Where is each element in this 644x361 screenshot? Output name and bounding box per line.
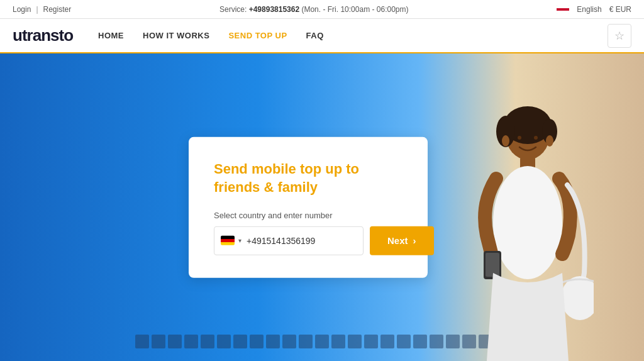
svg-point-12 — [546, 135, 553, 147]
dot — [348, 335, 362, 348]
login-link[interactable]: Login — [13, 5, 31, 14]
currency-selector[interactable]: € EUR — [609, 5, 631, 14]
logo-rest: transto — [22, 26, 73, 45]
dot — [315, 335, 329, 348]
svg-rect-7 — [486, 253, 499, 277]
dot — [266, 335, 280, 348]
service-phone: +49893815362 — [249, 5, 299, 14]
hero-person-image — [430, 97, 594, 361]
input-label: Select country and enter number — [214, 211, 402, 220]
top-bar: Login | Register Service: +49893815362 (… — [0, 0, 644, 19]
phone-input-row: ▾ Next › — [214, 226, 402, 255]
next-arrow-icon: › — [413, 235, 416, 246]
svg-point-8 — [561, 276, 594, 320]
dot — [217, 335, 231, 348]
nav-send-top-up[interactable]: SEND TOP UP — [228, 31, 287, 40]
dot — [250, 335, 264, 348]
dot — [380, 335, 394, 348]
dot — [397, 335, 411, 348]
hero-section: Send mobile top up to friends & family S… — [0, 53, 644, 361]
dot — [331, 335, 345, 348]
dot — [233, 335, 247, 348]
card-title: Send mobile top up to friends & family — [214, 159, 402, 196]
divider: | — [36, 5, 38, 14]
nav-how-it-works[interactable]: HOW IT WORKS — [143, 31, 209, 40]
nav-faq[interactable]: FAQ — [306, 31, 324, 40]
logo-u: u — [13, 26, 22, 45]
next-button[interactable]: Next › — [370, 226, 434, 255]
dot — [135, 335, 149, 348]
germany-flag-icon — [221, 236, 235, 245]
svg-point-11 — [502, 135, 509, 147]
top-up-card: Send mobile top up to friends & family S… — [189, 136, 428, 277]
service-hours: (Mon. - Fri. 10:00am - 06:00pm) — [301, 5, 408, 14]
nav-right: ☆ — [608, 24, 631, 48]
dot — [299, 335, 313, 348]
svg-point-9 — [518, 136, 521, 140]
dot — [152, 335, 165, 348]
auth-links: Login | Register — [13, 5, 71, 14]
logo[interactable]: utransto — [13, 26, 73, 45]
svg-point-5 — [493, 166, 562, 279]
nav-bar: utransto HOME HOW IT WORKS SEND TOP UP F… — [0, 19, 644, 53]
phone-input[interactable] — [247, 236, 357, 246]
language-selector[interactable]: English — [577, 5, 601, 14]
dot — [184, 335, 198, 348]
service-info: Service: +49893815362 (Mon. - Fri. 10:00… — [219, 5, 409, 14]
nav-home[interactable]: HOME — [98, 31, 124, 40]
service-label: Service: — [219, 5, 249, 14]
country-dropdown-arrow[interactable]: ▾ — [238, 237, 242, 244]
main-nav: HOME HOW IT WORKS SEND TOP UP FAQ — [98, 31, 324, 40]
dot — [413, 335, 427, 348]
dot — [168, 335, 182, 348]
uk-flag-icon — [557, 5, 569, 14]
dot — [282, 335, 296, 348]
bookmark-button[interactable]: ☆ — [608, 24, 631, 48]
dot — [201, 335, 214, 348]
phone-field-wrap[interactable]: ▾ — [214, 226, 364, 255]
dot — [364, 335, 378, 348]
next-label: Next — [387, 235, 408, 246]
svg-point-10 — [534, 136, 538, 140]
nav-left: utransto HOME HOW IT WORKS SEND TOP UP F… — [13, 26, 324, 45]
register-link[interactable]: Register — [43, 5, 72, 14]
locale-controls: English € EUR — [557, 5, 631, 14]
